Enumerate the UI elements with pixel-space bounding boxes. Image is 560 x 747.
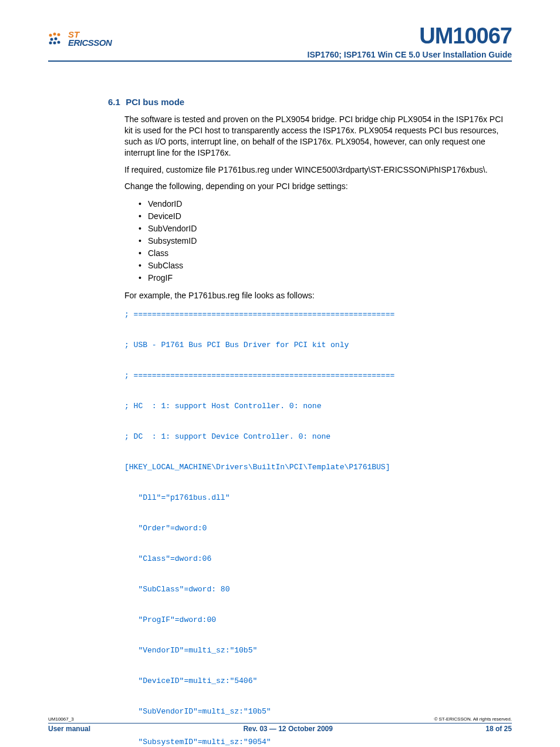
section-heading: 6.1 PCI bus mode <box>108 97 506 107</box>
footer-revision: Rev. 03 — 12 October 2009 <box>243 725 333 733</box>
document-subtitle: ISP1760; ISP1761 Win CE 5.0 User Install… <box>48 50 512 59</box>
svg-point-7 <box>58 41 60 43</box>
footer-bottom-row: User manual Rev. 03 — 12 October 2009 18… <box>48 723 512 733</box>
list-item: SubVendorID <box>139 223 506 235</box>
paragraph-1: The software is tested and proven on the… <box>124 114 506 159</box>
page-footer: UM10067_3 © ST-ERICSSON. All rights rese… <box>48 716 512 733</box>
paragraph-2: If required, customize file P1761bus.reg… <box>124 164 506 176</box>
svg-point-4 <box>55 37 58 40</box>
paragraph-3: Change the following, depending on your … <box>124 181 506 192</box>
footer-doc-ref: UM10067_3 <box>48 716 74 722</box>
document-id: UM10067 <box>419 23 512 49</box>
logo-ericsson-text: ERICSSON <box>68 39 112 47</box>
header-row: ST ERICSSON UM10067 <box>48 23 512 49</box>
svg-point-3 <box>50 38 53 41</box>
svg-point-0 <box>49 33 52 36</box>
bullet-list: VendorID DeviceID SubVendorID SubsystemI… <box>139 198 506 284</box>
list-item: ProgIF <box>139 272 506 284</box>
svg-point-1 <box>53 32 56 35</box>
footer-copyright: © ST-ERICSSON. All rights reserved. <box>434 716 512 722</box>
content-area: 6.1 PCI bus mode The software is tested … <box>48 97 512 747</box>
svg-point-6 <box>53 41 56 44</box>
list-item: VendorID <box>139 198 506 210</box>
paragraph-4: For example, the P1761bus.reg file looks… <box>124 290 506 301</box>
list-item: Class <box>139 247 506 260</box>
svg-point-2 <box>58 33 60 36</box>
section-title: PCI bus mode <box>126 97 184 107</box>
section-number: 6.1 <box>108 97 123 107</box>
list-item: SubsystemID <box>139 235 506 247</box>
page-container: ST ERICSSON UM10067 ISP1760; ISP1761 Win… <box>0 0 560 747</box>
svg-point-5 <box>49 41 52 44</box>
footer-top-row: UM10067_3 © ST-ERICSSON. All rights rese… <box>48 716 512 722</box>
list-item: SubClass <box>139 260 506 272</box>
logo-text: ST ERICSSON <box>68 31 112 46</box>
st-ericsson-logo: ST ERICSSON <box>48 31 112 46</box>
footer-doc-type: User manual <box>48 725 90 733</box>
logo-dots-icon <box>48 32 66 46</box>
page-header: ST ERICSSON UM10067 ISP1760; ISP1761 Win… <box>48 23 512 62</box>
list-item: DeviceID <box>139 210 506 223</box>
footer-page-num: 18 of 25 <box>485 725 512 733</box>
code-block: ; ======================================… <box>124 307 506 747</box>
